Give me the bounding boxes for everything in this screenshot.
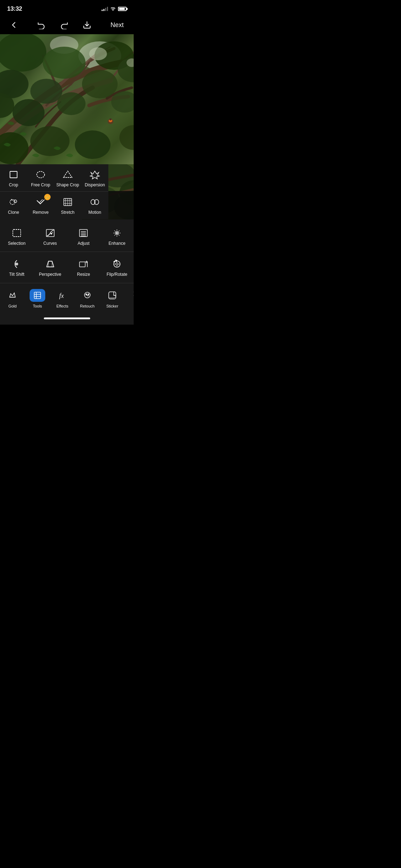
selection-label: Selection xyxy=(8,241,25,246)
nav-gold[interactable]: Gold xyxy=(0,286,25,311)
photo-area xyxy=(0,34,134,164)
retouch-label: Retouch xyxy=(80,304,95,308)
svg-point-60 xyxy=(116,232,118,234)
tool-free-crop[interactable]: Free Crop xyxy=(27,164,54,192)
svg-point-12 xyxy=(57,92,86,115)
free-crop-label: Free Crop xyxy=(31,182,50,187)
sticker-icon xyxy=(108,291,117,300)
svg-point-22 xyxy=(109,118,112,120)
toolbar-center xyxy=(34,19,94,31)
svg-rect-42 xyxy=(13,229,21,237)
svg-point-15 xyxy=(30,126,70,156)
svg-point-31 xyxy=(14,200,17,203)
stretch-icon xyxy=(62,197,73,207)
shape-crop-icon xyxy=(62,170,73,180)
resize-label: Resize xyxy=(77,272,90,277)
remove-label: Remove xyxy=(33,210,49,215)
battery-icon xyxy=(118,7,127,11)
crop-icon xyxy=(8,170,19,180)
wifi-icon xyxy=(110,6,116,12)
svg-point-79 xyxy=(88,294,89,295)
shape-crop-label: Shape Crop xyxy=(56,182,79,187)
download-button[interactable] xyxy=(80,19,94,31)
signal-icon xyxy=(102,7,108,11)
cut-icon xyxy=(133,291,134,300)
back-button[interactable] xyxy=(7,20,21,30)
crop-label: Crop xyxy=(9,182,18,187)
resize-icon xyxy=(78,259,89,269)
tool-stretch[interactable]: Stretch xyxy=(54,192,81,219)
tool-flip-rotate[interactable]: Flip/Rotate xyxy=(100,255,134,280)
gold-icon xyxy=(8,291,17,300)
adjust-label: Adjust xyxy=(78,241,89,246)
perspective-icon xyxy=(45,259,56,269)
tool-remove[interactable]: Remove 👑 xyxy=(27,192,54,219)
tool-enhance[interactable]: Enhance xyxy=(100,224,134,249)
svg-point-62 xyxy=(16,264,17,264)
free-crop-icon xyxy=(35,170,46,180)
clone-label: Clone xyxy=(8,210,19,215)
tool-perspective[interactable]: Perspective xyxy=(34,255,67,280)
tools-panel: Selection Curves xyxy=(0,219,134,283)
effects-icon-wrap: fx xyxy=(55,289,70,302)
clone-icon xyxy=(8,197,19,207)
svg-line-58 xyxy=(119,231,120,231)
svg-text:fx: fx xyxy=(59,292,64,299)
tool-resize[interactable]: Resize xyxy=(67,255,101,280)
home-bar xyxy=(44,317,90,319)
sticker-label: Sticker xyxy=(106,304,118,308)
nav-effects[interactable]: fx Effects xyxy=(50,286,75,311)
undo-button[interactable] xyxy=(34,19,48,31)
tool-adjust[interactable]: Adjust xyxy=(67,224,101,249)
top-toolbar: Next xyxy=(0,16,134,34)
svg-line-59 xyxy=(114,235,115,236)
svg-point-16 xyxy=(75,130,110,159)
nav-cut[interactable]: Cut xyxy=(125,286,134,311)
retouch-icon xyxy=(83,291,92,300)
premium-badge: 👑 xyxy=(44,194,51,200)
svg-point-29 xyxy=(37,171,45,178)
dispersion-icon xyxy=(89,170,101,180)
nav-sticker[interactable]: Sticker xyxy=(100,286,125,311)
svg-point-8 xyxy=(30,79,62,104)
curves-label: Curves xyxy=(43,241,57,246)
status-icons xyxy=(102,6,127,12)
svg-line-56 xyxy=(114,231,115,231)
svg-point-66 xyxy=(116,263,118,265)
tools-icon xyxy=(33,291,42,300)
tilt-shift-icon xyxy=(11,259,22,269)
tool-crop[interactable]: Crop xyxy=(0,164,27,192)
perspective-label: Perspective xyxy=(39,272,61,277)
tool-motion[interactable]: Motion xyxy=(81,192,108,219)
tool-curves[interactable]: Curves xyxy=(34,224,67,249)
tool-clone[interactable]: Clone xyxy=(0,192,27,219)
svg-point-78 xyxy=(86,294,87,295)
next-button[interactable]: Next xyxy=(108,20,127,30)
adjust-icon xyxy=(78,228,89,238)
tool-dispersion[interactable]: Dispersion xyxy=(81,164,108,192)
svg-line-57 xyxy=(119,235,120,236)
gold-label: Gold xyxy=(8,304,16,308)
tool-selection[interactable]: Selection xyxy=(0,224,34,249)
tool-tilt-shift[interactable]: Tilt Shift xyxy=(0,255,34,280)
photo-tools-transition: Crop Free Crop Shape Crop xyxy=(0,164,134,219)
stretch-label: Stretch xyxy=(61,210,74,215)
svg-point-17 xyxy=(119,125,134,150)
selection-icon xyxy=(11,228,22,238)
motion-label: Motion xyxy=(88,210,101,215)
tools-label: Tools xyxy=(33,304,42,308)
tilt-shift-label: Tilt Shift xyxy=(9,272,24,277)
svg-rect-72 xyxy=(34,292,41,299)
dispersion-label: Dispersion xyxy=(85,182,105,187)
motion-icon xyxy=(89,197,101,207)
svg-rect-28 xyxy=(10,171,17,178)
tool-shape-crop[interactable]: Shape Crop xyxy=(54,164,81,192)
redo-button[interactable] xyxy=(57,19,71,31)
nav-tools[interactable]: Tools xyxy=(25,286,50,311)
flip-rotate-icon xyxy=(111,259,123,269)
nav-retouch[interactable]: Retouch xyxy=(75,286,100,311)
svg-point-9 xyxy=(82,70,118,98)
svg-rect-64 xyxy=(79,262,85,267)
enhance-label: Enhance xyxy=(108,241,125,246)
tools-row-3: Selection Curves xyxy=(0,221,134,252)
